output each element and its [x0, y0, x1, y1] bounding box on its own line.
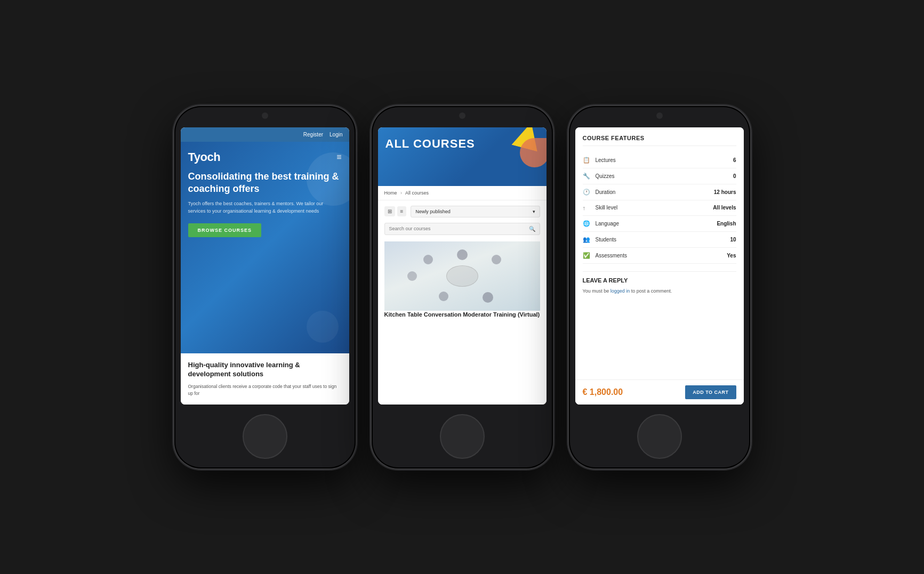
list-view-button[interactable]: ≡ — [397, 206, 407, 216]
feature-icon: 📋 — [583, 157, 593, 164]
search-row: 🔍 — [384, 223, 540, 235]
phone-3-screen: COURSE FEATURES 📋 Lectures 6 🔧 Quizzes 0… — [575, 127, 744, 405]
phones-container: Register Login Tyoch ≡ Consolidating the… — [174, 106, 750, 468]
grid-view-button[interactable]: ⊞ — [384, 206, 395, 216]
course-title: Kitchen Table Conversation Moderator Tra… — [384, 311, 540, 318]
courses-content: ⊞ ≡ Newly published ▾ 🔍 — [378, 200, 547, 405]
feature-row: 🌐 Language English — [583, 216, 736, 232]
phone-3-content: COURSE FEATURES 📋 Lectures 6 🔧 Quizzes 0… — [575, 127, 744, 405]
breadcrumb-home[interactable]: Home — [384, 190, 397, 196]
all-courses-hero: ALL COURSES — [378, 127, 547, 186]
phone-2-screen: ALL COURSES Home › All courses ⊞ ≡ — [378, 127, 547, 405]
feature-label: Assessments — [593, 253, 727, 258]
feature-row: 🔧 Quizzes 0 — [583, 168, 736, 184]
chevron-down-icon: ▾ — [533, 209, 535, 214]
leave-reply-text-before: You must be — [583, 288, 610, 294]
course-price: € 1,800.00 — [583, 387, 623, 397]
leave-reply-title: LEAVE A REPLY — [583, 277, 736, 284]
feature-icon: 👥 — [583, 236, 593, 243]
leave-reply-text-after: to post a comment. — [630, 288, 672, 294]
feature-label: Lectures — [593, 157, 733, 163]
course-footer: € 1,800.00 ADD TO CART — [575, 379, 744, 405]
sort-dropdown[interactable]: Newly published ▾ — [411, 206, 540, 217]
view-toggle: ⊞ ≡ — [384, 206, 407, 216]
hero-section: Tyoch ≡ Consolidating the best training … — [181, 142, 349, 354]
feature-row: 👥 Students 10 — [583, 232, 736, 248]
features-list: 📋 Lectures 6 🔧 Quizzes 0 🕐 Duration 12 h… — [583, 152, 736, 264]
brand-name: Tyoch — [188, 150, 221, 164]
phone-1-content: Register Login Tyoch ≡ Consolidating the… — [181, 127, 349, 405]
phone-1-header: Register Login — [181, 127, 349, 142]
feature-label: Students — [593, 237, 730, 242]
phone-1-screen: Register Login Tyoch ≡ Consolidating the… — [181, 127, 349, 405]
feature-value: 12 hours — [714, 189, 736, 195]
hamburger-icon[interactable]: ≡ — [336, 152, 341, 162]
hero-description: Tyoch offers the best coaches, trainers … — [188, 200, 342, 215]
feature-row: ✅ Assessments Yes — [583, 248, 736, 264]
register-link[interactable]: Register — [303, 132, 323, 138]
feature-row: 📋 Lectures 6 — [583, 152, 736, 168]
phone-1-bottom-section: High-quality innovative learning & devel… — [181, 353, 349, 404]
feature-icon: 🕐 — [583, 189, 593, 196]
feature-value: 10 — [730, 237, 736, 242]
brand-row: Tyoch ≡ — [188, 150, 342, 164]
feature-icon: ✅ — [583, 252, 593, 259]
breadcrumb-separator: › — [400, 190, 402, 196]
feature-icon: 🌐 — [583, 220, 593, 227]
phone-2-content: ALL COURSES Home › All courses ⊞ ≡ — [378, 127, 547, 405]
feature-value: Yes — [727, 253, 736, 258]
leave-reply-section: LEAVE A REPLY You must be logged in to p… — [583, 271, 736, 295]
feature-label: Language — [593, 221, 717, 227]
hero-title: Consolidating the best training & coachi… — [188, 171, 342, 196]
section-title: High-quality innovative learning & devel… — [188, 361, 342, 379]
feature-value: 6 — [733, 157, 736, 163]
search-icon: 🔍 — [529, 226, 535, 232]
feature-label: Duration — [593, 189, 714, 195]
feature-label: Skill level — [593, 205, 713, 211]
breadcrumb: Home › All courses — [378, 186, 547, 200]
phone-2: ALL COURSES Home › All courses ⊞ ≡ — [372, 106, 553, 468]
feature-row: ↑ Skill level All levels — [583, 200, 736, 216]
feature-value: All levels — [713, 205, 736, 211]
feature-icon: 🔧 — [583, 173, 593, 180]
course-card[interactable]: Kitchen Table Conversation Moderator Tra… — [384, 241, 540, 318]
feature-icon: ↑ — [583, 205, 593, 211]
phone-3: COURSE FEATURES 📋 Lectures 6 🔧 Quizzes 0… — [569, 106, 750, 468]
nav-links: Register Login — [303, 132, 343, 138]
phone-1: Register Login Tyoch ≡ Consolidating the… — [174, 106, 356, 468]
section-description: Organisational clients receive a corpora… — [188, 383, 342, 397]
feature-row: 🕐 Duration 12 hours — [583, 184, 736, 200]
logged-in-link[interactable]: logged in — [610, 288, 630, 294]
all-courses-title: ALL COURSES — [385, 137, 539, 151]
search-input[interactable] — [389, 226, 529, 231]
course-features-content: COURSE FEATURES 📋 Lectures 6 🔧 Quizzes 0… — [575, 127, 744, 379]
filter-row: ⊞ ≡ Newly published ▾ — [384, 206, 540, 217]
sort-label: Newly published — [415, 209, 451, 214]
feature-value: English — [717, 221, 736, 227]
feature-label: Quizzes — [593, 173, 733, 179]
course-image — [384, 241, 540, 311]
leave-reply-text: You must be logged in to post a comment. — [583, 288, 736, 295]
course-features-heading: COURSE FEATURES — [583, 135, 736, 146]
add-to-cart-button[interactable]: ADD TO CART — [685, 385, 736, 399]
breadcrumb-current: All courses — [405, 190, 429, 196]
browse-courses-button[interactable]: BROWSE COURSES — [188, 223, 262, 237]
login-link[interactable]: Login — [330, 132, 342, 138]
feature-value: 0 — [733, 173, 736, 179]
